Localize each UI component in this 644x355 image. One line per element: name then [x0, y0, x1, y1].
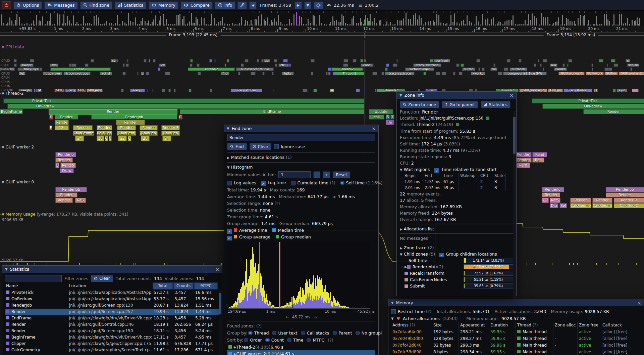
zoom-to-zone-button[interactable]: Zoom to zone: [400, 101, 439, 108]
cpu-noise-zone[interactable]: [14, 63, 17, 67]
timeline-zone[interactable]: Render: [55, 198, 73, 203]
time-ruler[interactable]: +55.83 s1 ms2 ms3 ms4 ms5 ms6 ms7 ms8 ms…: [0, 26, 644, 33]
timeline-zone[interactable]: Rend: [532, 152, 547, 157]
sort-by-option-order[interactable]: Order: [244, 338, 262, 343]
cpu-noise-zone[interactable]: [459, 72, 463, 75]
child-zone-row[interactable]: RecalcTransform72.92 µs (1.62%): [400, 270, 513, 276]
timeline-zone[interactable]: CalcGeor: [117, 131, 136, 136]
cpu-noise-zone[interactable]: [272, 72, 274, 75]
cpu-zone[interactable]: rol: [490, 68, 497, 71]
cumulate-time-checkbox[interactable]: Cumulate time (?): [291, 180, 335, 185]
column-header[interactable]: Address (?): [391, 322, 432, 328]
cpu-noise-zone[interactable]: [146, 72, 149, 75]
cpu-zone[interactable]: cfr: [278, 63, 286, 67]
timeline-zone[interactable]: Draw: [60, 168, 74, 173]
cpu-noise-zone[interactable]: [393, 63, 397, 67]
cpu-noise-zone[interactable]: [127, 59, 128, 62]
statistics-titlebar[interactable]: ▼ Statistics ×: [2, 266, 222, 273]
collapse-icon[interactable]: ▼: [227, 166, 230, 169]
cpu-noise-zone[interactable]: [567, 63, 569, 67]
child-zone-row[interactable]: Self time172.14 µs (3.83%): [400, 257, 513, 264]
cpu-noise-zone[interactable]: [591, 63, 593, 67]
cpu-zone[interactable]: surfac: [462, 68, 475, 71]
cpu-noise-zone[interactable]: [482, 68, 485, 71]
frame-label-left[interactable]: Frame 3,193 (22.45 ms): [166, 33, 221, 37]
find-zone-histogram[interactable]: [228, 242, 370, 309]
cpu-zone[interactable]: s: [626, 59, 630, 62]
timeline-zone[interactable]: RenderJob: [91, 115, 177, 120]
cpu-noise-zone[interactable]: [91, 59, 94, 62]
timeline-zone[interactable]: RenderJob: [606, 187, 644, 192]
cpu-zone[interactable]: Thread-2: [50, 68, 111, 71]
timeline-zone[interactable]: Rende: [55, 120, 69, 125]
close-icon[interactable]: ×: [372, 126, 376, 131]
group-by-option-user-text[interactable]: User text: [272, 330, 297, 336]
group-by-option-call-stacks[interactable]: Call stacks: [301, 330, 329, 336]
min-bin-increase-button[interactable]: +: [323, 171, 330, 178]
table-row[interactable]: Renderjni/../jni/src/guif/Control.cpp:34…: [5, 321, 220, 328]
frame-bar[interactable]: Frame 3,193 (22.45 ms) Frame 3,194 (13.9…: [0, 32, 644, 39]
timeline-zone[interactable]: Render: [49, 109, 177, 114]
table-row[interactable]: Clipperjni/../jni/src/claw/gfx/geo/Clipp…: [5, 341, 220, 347]
group-by-option-thread[interactable]: Thread: [248, 330, 269, 336]
timeline-zone[interactable]: Sel: [559, 203, 567, 208]
timeline-zone[interactable]: Render: [583, 109, 644, 114]
timeline-zone[interactable]: CalcGeome: [73, 131, 94, 136]
column-header[interactable]: Size: [432, 322, 459, 328]
timeline-zone[interactable]: Render: [592, 198, 612, 203]
cpu-noise-zone[interactable]: [543, 59, 547, 62]
collapse-icon[interactable]: ▼: [400, 168, 402, 172]
cpu-zone[interactable]: kwgpr: [20, 63, 34, 67]
cpu-zone[interactable]: audioserver /audio: [236, 68, 274, 71]
timeline-zone[interactable]: RenderJol: [542, 187, 564, 192]
timeline-zone[interactable]: CalcGeoi: [97, 131, 112, 136]
cpu-noise-zone[interactable]: [123, 63, 125, 67]
timeline-zone[interactable]: 18.: [55, 125, 69, 130]
frame-minimap[interactable]: [0, 11, 644, 27]
cpu-noise-zone[interactable]: [190, 59, 193, 62]
cpu-noise-zone[interactable]: [599, 59, 603, 62]
cpu-noise-zone[interactable]: [251, 72, 256, 75]
cpu-noise-zone[interactable]: [39, 68, 42, 71]
cpu-noise-zone[interactable]: [543, 68, 544, 71]
timeline-zone[interactable]: Dra: [550, 203, 558, 208]
timeline-zone[interactable]: 24: [162, 136, 171, 141]
collapse-icon[interactable]: ▼: [391, 317, 394, 320]
log-values-checkbox[interactable]: Log values: [227, 180, 256, 185]
cpu-zone[interactable]: kworke: [471, 72, 485, 75]
cpu-zone[interactable]: tracy_sys: [22, 68, 40, 71]
cpu-zone[interactable]: sen-sis: [627, 63, 639, 67]
column-header[interactable]: Counts: [173, 282, 194, 290]
cpu-noise-zone[interactable]: [538, 59, 539, 62]
cpu-noise-zone[interactable]: [463, 63, 464, 67]
timeline-zone[interactable]: Render: [55, 115, 78, 120]
cpu-noise-zone[interactable]: [190, 63, 193, 67]
cpu-zone[interactable]: surfacefl: [510, 68, 527, 71]
matched-source-locations[interactable]: ▶ Matched source locations (1): [227, 154, 375, 161]
cpu-noise-zone[interactable]: [283, 59, 288, 62]
cpu-zone[interactable]: rot_d: [100, 72, 112, 75]
reset-button[interactable]: Reset: [333, 171, 350, 178]
clear-filter-button[interactable]: Clear: [91, 275, 113, 282]
cpu-noise-zone[interactable]: [71, 63, 76, 67]
active-allocations-toggle[interactable]: ▼ ♥ Active allocations (3,043) Memory us…: [391, 315, 641, 322]
thread-color-chip[interactable]: [456, 123, 459, 126]
timeline-zone[interactable]: T: [390, 115, 394, 120]
cpu-zone[interactable]: GUIF worker 0: [558, 72, 585, 75]
collapse-icon[interactable]: ▼: [2, 45, 4, 49]
log-time-checkbox[interactable]: ✓Log time: [261, 180, 286, 186]
tools-button[interactable]: [237, 1, 247, 9]
cpu-noise-zone[interactable]: [122, 72, 126, 75]
wait-region-row[interactable]: 2.01 ms2.07 ms59 µs-2R: [403, 185, 513, 191]
scrollbar-thumb[interactable]: [513, 117, 516, 154]
cpu-noise-zone[interactable]: [241, 63, 244, 67]
cpu-noise-zone[interactable]: [137, 72, 139, 75]
timeline-zone[interactable]: RerS: [550, 198, 560, 203]
table-row[interactable]: CalcGeometryjni/../jni/src/claw/graphics…: [5, 347, 220, 353]
sort-by-option-count[interactable]: Count: [265, 338, 284, 343]
cpu-noise-zone[interactable]: [442, 72, 446, 75]
collapse-icon[interactable]: ▼: [400, 253, 402, 256]
timeline-zone[interactable]: PrivateTick: [3, 98, 364, 103]
table-row[interactable]: RenderJobjni/../jni/src/guif/Screen.cpp:…: [5, 302, 220, 309]
close-icon[interactable]: ×: [215, 267, 219, 272]
